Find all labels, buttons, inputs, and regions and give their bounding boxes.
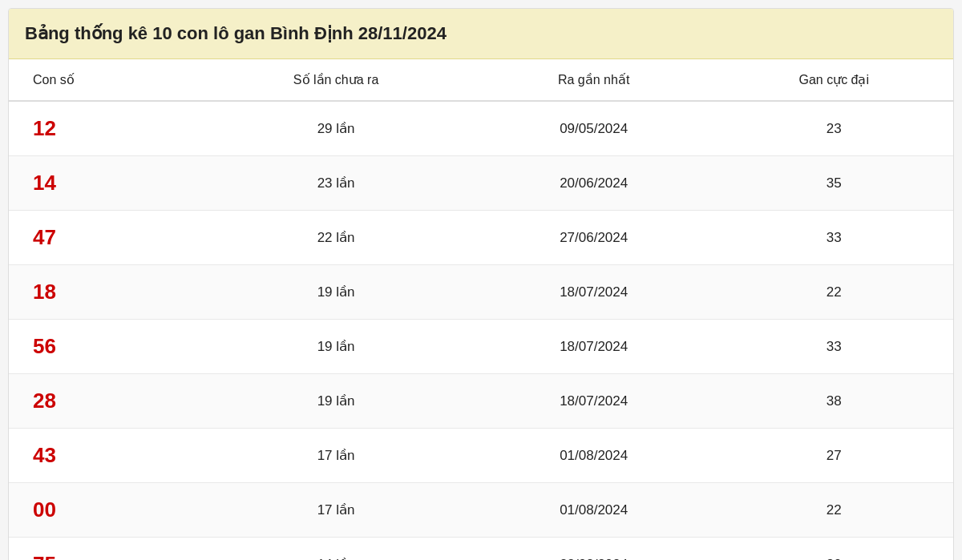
cell-gan-cuc-dai: 22 <box>715 265 954 320</box>
cell-con-so: 00 <box>9 483 199 538</box>
main-container: Bảng thống kê 10 con lô gan Bình Định 28… <box>8 8 954 560</box>
cell-ra-gan-nhat: 18/07/2024 <box>473 265 715 320</box>
cell-so-lan: 19 lần <box>199 320 473 374</box>
cell-con-so: 47 <box>9 211 199 265</box>
cell-gan-cuc-dai: 38 <box>715 374 954 429</box>
cell-gan-cuc-dai: 27 <box>715 429 954 483</box>
con-so-value: 12 <box>33 116 56 140</box>
cell-ra-gan-nhat: 01/08/2024 <box>473 429 715 483</box>
con-so-value: 28 <box>33 389 56 413</box>
table-row: 5619 lần18/07/202433 <box>9 320 953 374</box>
table-row: 1229 lần09/05/202423 <box>9 101 953 156</box>
cell-con-so: 75 <box>9 538 199 561</box>
table-row: 1423 lần20/06/202435 <box>9 156 953 211</box>
cell-con-so: 18 <box>9 265 199 320</box>
cell-ra-gan-nhat: 09/05/2024 <box>473 101 715 156</box>
table-row: 4317 lần01/08/202427 <box>9 429 953 483</box>
cell-so-lan: 19 lần <box>199 374 473 429</box>
con-so-value: 47 <box>33 225 56 249</box>
cell-con-so: 56 <box>9 320 199 374</box>
cell-con-so: 43 <box>9 429 199 483</box>
cell-ra-gan-nhat: 18/07/2024 <box>473 320 715 374</box>
table-row: 7514 lần22/08/202430 <box>9 538 953 561</box>
cell-con-so: 14 <box>9 156 199 211</box>
table-row: 2819 lần18/07/202438 <box>9 374 953 429</box>
con-so-value: 75 <box>33 552 56 560</box>
con-so-value: 00 <box>33 498 56 522</box>
con-so-value: 18 <box>33 280 56 304</box>
col-header-gan-cuc-dai: Gan cực đại <box>715 59 954 101</box>
cell-gan-cuc-dai: 22 <box>715 483 954 538</box>
table-row: 0017 lần01/08/202422 <box>9 483 953 538</box>
cell-gan-cuc-dai: 33 <box>715 211 954 265</box>
cell-so-lan: 17 lần <box>199 429 473 483</box>
col-header-ra-gan-nhat: Ra gần nhất <box>473 59 715 101</box>
cell-so-lan: 29 lần <box>199 101 473 156</box>
cell-ra-gan-nhat: 01/08/2024 <box>473 483 715 538</box>
cell-so-lan: 14 lần <box>199 538 473 561</box>
cell-con-so: 12 <box>9 101 199 156</box>
table-row: 1819 lần18/07/202422 <box>9 265 953 320</box>
stats-table: Con số Số lần chưa ra Ra gần nhất Gan cự… <box>9 59 953 560</box>
cell-ra-gan-nhat: 27/06/2024 <box>473 211 715 265</box>
col-header-so-lan: Số lần chưa ra <box>199 59 473 101</box>
cell-so-lan: 19 lần <box>199 265 473 320</box>
cell-gan-cuc-dai: 30 <box>715 538 954 561</box>
cell-gan-cuc-dai: 33 <box>715 320 954 374</box>
col-header-con-so: Con số <box>9 59 199 101</box>
cell-ra-gan-nhat: 22/08/2024 <box>473 538 715 561</box>
cell-con-so: 28 <box>9 374 199 429</box>
cell-so-lan: 17 lần <box>199 483 473 538</box>
title-bar: Bảng thống kê 10 con lô gan Bình Định 28… <box>9 9 953 59</box>
table-header-row: Con số Số lần chưa ra Ra gần nhất Gan cự… <box>9 59 953 101</box>
table-row: 4722 lần27/06/202433 <box>9 211 953 265</box>
cell-gan-cuc-dai: 35 <box>715 156 954 211</box>
con-so-value: 14 <box>33 171 56 195</box>
cell-so-lan: 23 lần <box>199 156 473 211</box>
con-so-value: 56 <box>33 334 56 358</box>
page-title: Bảng thống kê 10 con lô gan Bình Định 28… <box>25 23 937 44</box>
con-so-value: 43 <box>33 443 56 467</box>
cell-ra-gan-nhat: 18/07/2024 <box>473 374 715 429</box>
cell-gan-cuc-dai: 23 <box>715 101 954 156</box>
cell-ra-gan-nhat: 20/06/2024 <box>473 156 715 211</box>
cell-so-lan: 22 lần <box>199 211 473 265</box>
